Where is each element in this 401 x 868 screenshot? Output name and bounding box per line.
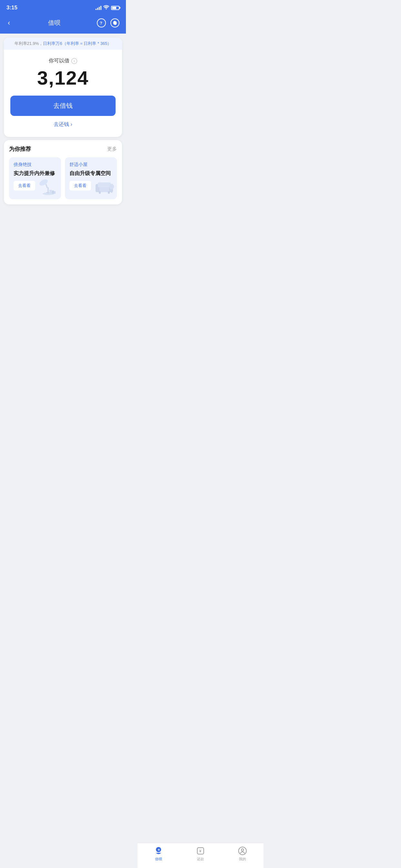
loan-amount: 3,124 (10, 67, 116, 89)
recommend-section: 为你推荐 更多 傍身绝技 实力提升内外兼修 去看看 (4, 140, 122, 205)
borrow-button[interactable]: 去借钱 (10, 96, 116, 116)
signal-icon (96, 5, 101, 10)
rec-card-2-image (93, 175, 116, 197)
rec-card-1-image (37, 175, 60, 197)
recommend-card-2: 舒适小屋 自由升级专属空间 去看看 (65, 157, 117, 199)
svg-rect-12 (98, 182, 111, 187)
nav-actions: ? (97, 19, 120, 27)
svg-rect-5 (46, 192, 50, 193)
svg-point-4 (38, 178, 49, 187)
settings-button[interactable] (111, 19, 120, 27)
rate-text1: 年利率21.9%， (14, 41, 43, 46)
help-button[interactable]: ? (97, 19, 106, 27)
rec-card-2-tag: 舒适小屋 (69, 162, 112, 167)
loan-label: 你可以借 i (10, 58, 116, 64)
rec-card-2-button[interactable]: 去看看 (69, 181, 91, 190)
rate-banner: 年利率21.9%，日利率万6（年利率 = 日利率 * 365） (4, 37, 122, 50)
info-icon-button[interactable]: i (71, 58, 77, 64)
svg-rect-3 (45, 184, 48, 189)
rec-card-1-button[interactable]: 去看看 (13, 181, 35, 190)
status-icons (96, 5, 120, 11)
main-loan-card: 年利率21.9%，日利率万6（年利率 = 日利率 * 365） 你可以借 i 3… (4, 37, 122, 137)
battery-icon (111, 6, 120, 10)
back-button[interactable]: ‹ (6, 18, 11, 28)
svg-text:?: ? (100, 21, 102, 25)
more-link[interactable]: 更多 (107, 146, 117, 152)
recommend-header: 为你推荐 更多 (9, 145, 117, 153)
nav-title: 借呗 (48, 19, 60, 27)
wifi-icon (103, 5, 109, 11)
status-bar: 3:15 (0, 0, 126, 14)
recommend-card-1: 傍身绝技 实力提升内外兼修 去看看 (9, 157, 61, 199)
svg-rect-13 (99, 191, 101, 194)
rate-text2: 日利率万6（年利率 = 日利率 * 365） (43, 41, 112, 46)
svg-rect-6 (50, 190, 52, 194)
loan-info: 你可以借 i 3,124 去借钱 去还钱 › (4, 50, 122, 137)
svg-point-16 (110, 184, 114, 190)
rec-card-1-tag: 傍身绝技 (13, 162, 57, 167)
recommend-cards: 傍身绝技 实力提升内外兼修 去看看 舒适小屋 (9, 157, 117, 199)
recommend-title: 为你推荐 (9, 145, 31, 153)
svg-rect-14 (108, 191, 110, 194)
nav-bar: ‹ 借呗 ? (0, 14, 126, 34)
repay-link[interactable]: 去还钱 › (54, 121, 72, 130)
svg-rect-8 (54, 191, 56, 194)
status-time: 3:15 (6, 4, 18, 11)
svg-rect-7 (52, 190, 54, 194)
